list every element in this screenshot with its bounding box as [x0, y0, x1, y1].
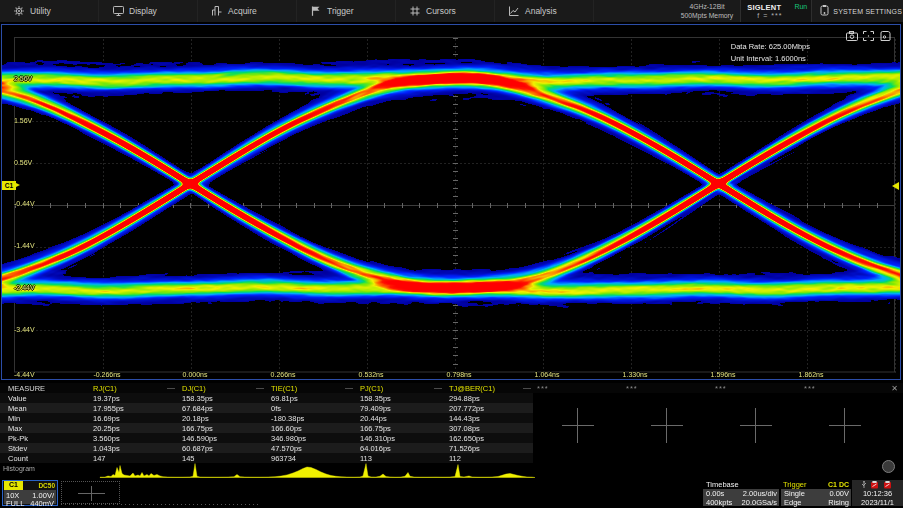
x-axis-label: 0.532ns — [359, 371, 384, 378]
y-axis-label: -4.44V — [14, 371, 35, 378]
y-axis-label: -1.44V — [14, 242, 35, 249]
empty-measure-column-header[interactable]: *** — [626, 384, 638, 393]
add-measurement-button[interactable] — [740, 411, 772, 441]
channel-1-offset: 440mV — [30, 499, 54, 508]
plus-icon-bar — [740, 425, 772, 426]
minimize-column-icon[interactable]: — — [167, 383, 175, 392]
hardware-memory: 500Mpts Memory — [681, 11, 734, 20]
display-icon — [113, 6, 123, 16]
trigger-descriptor[interactable]: Trigger C1 DC Single 0.00V Edge Rising — [781, 480, 851, 506]
lan-error-icon — [871, 481, 878, 489]
waveform-display-area[interactable]: Data Rate: 625.00Mbps Unit Interval: 1.6… — [1, 24, 901, 380]
menu-item-cursors[interactable]: Cursors — [396, 0, 495, 22]
empty-measure-column-header[interactable]: *** — [715, 384, 727, 393]
measure-row-label: Value — [8, 394, 27, 403]
icon-graphic — [509, 6, 519, 16]
measure-value-cell: 71.526ps — [449, 444, 480, 453]
measure-column-header[interactable]: TJ@BER(C1) — [449, 384, 495, 393]
add-measurement-button[interactable] — [651, 411, 683, 441]
path — [213, 7, 222, 16]
measure-row-label: Max — [8, 424, 22, 433]
measure-row-label: Pk-Pk — [8, 434, 28, 443]
plus-icon-bar — [755, 408, 756, 443]
empty-measure-column-header[interactable]: *** — [804, 384, 816, 393]
channel-slot-dots — [61, 504, 258, 505]
x-axis-label: 0.266ns — [271, 371, 296, 378]
minimize-column-icon[interactable]: — — [345, 383, 353, 392]
measure-value-cell: 144.43ps — [449, 414, 480, 423]
acquisition-status[interactable]: Run — [794, 3, 807, 10]
circle — [883, 36, 885, 38]
acquire-icon — [212, 6, 222, 16]
circle — [863, 481, 865, 483]
plus-icon-bar — [651, 425, 683, 426]
timebase-descriptor[interactable]: Timebase 0.00s 2.00us/div 400kpts 20.0GS… — [703, 480, 779, 506]
measure-value-cell: 307.08ps — [449, 424, 480, 433]
add-channel-slot[interactable] — [61, 481, 120, 504]
x-axis-label: 1.330ns — [623, 371, 648, 378]
system-settings-button[interactable]: SYSTEM SETTINGS — [812, 5, 903, 17]
measure-value-cell: 166.75ps — [182, 424, 213, 433]
measure-value-cell: 166.60ps — [271, 424, 302, 433]
menu-item-trigger[interactable]: Trigger — [297, 0, 396, 22]
quick-access-knob[interactable] — [882, 460, 895, 473]
channel-offset-marker[interactable]: C1 — [2, 181, 16, 190]
measure-value-cell: 158.35ps — [182, 394, 213, 403]
cursors-icon — [410, 6, 420, 16]
menu-item-label: Display — [129, 6, 157, 16]
add-measurement-button[interactable] — [562, 411, 594, 441]
measure-row-label: Mean — [8, 404, 27, 413]
empty-measure-column-header[interactable]: *** — [537, 384, 549, 393]
minimize-column-icon[interactable]: — — [523, 383, 531, 392]
trigger-frequency-readout: f = *** — [757, 12, 782, 19]
timebase-sample-rate: 20.0GSa/s — [742, 498, 777, 507]
wan-error-icon — [884, 481, 891, 489]
measure-value-cell: 147 — [93, 454, 106, 463]
measure-value-cell: 146.310ps — [360, 434, 395, 443]
measure-value-cell: 145 — [182, 454, 195, 463]
menu-item-utility[interactable]: Utility — [0, 0, 99, 22]
screenshot-camera-icon[interactable] — [846, 27, 857, 36]
channel-1-descriptor[interactable]: C1 DC50 10X 1.00V/ FULL 440mV — [2, 480, 58, 506]
measure-row-label: Stdev — [8, 444, 27, 453]
icon-graphic — [861, 481, 895, 489]
circle — [850, 35, 854, 39]
icon-graphic — [863, 31, 874, 41]
status-bar: C1 DC50 10X 1.00V/ FULL 440mV Timebase 0… — [0, 479, 903, 508]
measure-value-cell: 1.043ps — [93, 444, 120, 453]
measure-table-row: Max20.25ps166.75ps166.60ps166.75ps307.08… — [0, 423, 533, 433]
close-measure-table-icon[interactable]: ✕ — [891, 384, 898, 393]
measure-column-header[interactable]: DJ(C1) — [182, 384, 206, 393]
menu-item-analysis[interactable]: Analysis — [495, 0, 594, 22]
measure-column-header[interactable]: PJ(C1) — [360, 384, 383, 393]
unit-interval-readout: Unit Interval: 1.6000ns — [731, 53, 810, 65]
channel-1-badge: C1 — [4, 481, 23, 490]
tie-histogram-shape — [100, 464, 535, 478]
measure-table-row: Min16.69ps20.18ps-180.38ps20.44ps144.43p… — [0, 413, 533, 423]
minimize-column-icon[interactable]: — — [434, 383, 442, 392]
trigger-level-marker[interactable] — [892, 182, 899, 190]
trigger-source: C1 DC — [828, 481, 849, 488]
channel-1-bandwidth: FULL — [6, 499, 24, 508]
minimize-column-icon[interactable]: — — [256, 383, 264, 392]
brand-box: SIGLENT Run f = *** — [740, 0, 812, 22]
trigger-label: Trigger — [783, 480, 806, 489]
measure-column-header[interactable]: TIE(C1) — [271, 384, 297, 393]
menu-bar: UtilityDisplayAcquireTriggerCursorsAnaly… — [0, 0, 903, 22]
add-measurement-button[interactable] — [829, 411, 861, 441]
menu-item-display[interactable]: Display — [99, 0, 198, 22]
plot-corner-icons — [846, 27, 891, 36]
y-axis-label: -2.44V — [14, 284, 35, 291]
x-axis-label: 1.862ns — [799, 371, 824, 378]
trigger-type: Edge — [784, 498, 802, 507]
measure-value-cell: 113 — [360, 454, 372, 463]
waveform-record-icon[interactable] — [880, 27, 891, 36]
usb-status-icon — [862, 481, 866, 488]
measure-column-header[interactable]: RJ(C1) — [93, 384, 117, 393]
menu-item-acquire[interactable]: Acquire — [198, 0, 297, 22]
timebase-points: 400kpts — [706, 498, 732, 507]
measure-value-cell: 60.687ps — [182, 444, 213, 453]
measure-value-cell: -180.38ps — [271, 414, 304, 423]
rect — [823, 5, 826, 7]
fullscreen-expand-icon[interactable] — [863, 27, 874, 36]
